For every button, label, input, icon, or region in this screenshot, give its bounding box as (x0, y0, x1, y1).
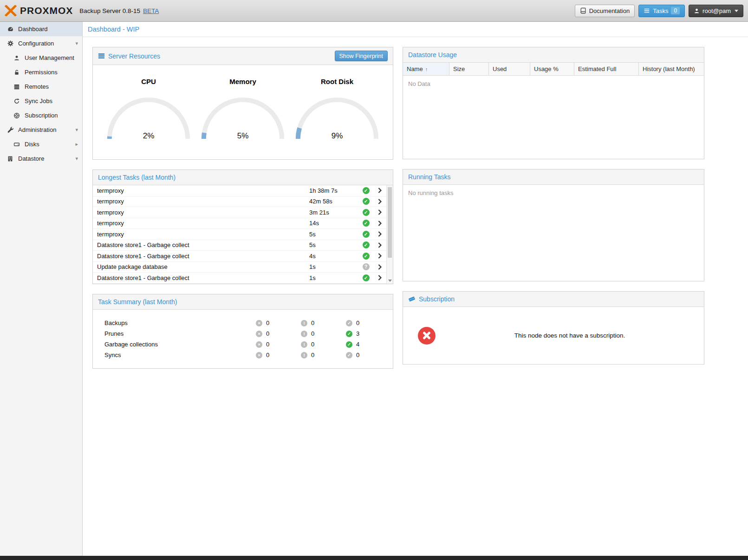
sidebar-item-user-management[interactable]: User Management (0, 51, 82, 65)
task-name: Update package database (97, 263, 309, 270)
tasks-count-badge: 0 (671, 7, 680, 14)
column-header-size[interactable]: Size (449, 63, 489, 75)
chevron-right-icon[interactable] (373, 231, 386, 237)
triangle-down-icon (388, 280, 392, 282)
sidebar-item-datastore[interactable]: Datastore (0, 151, 82, 166)
task-status-icon: ✓ (363, 209, 370, 216)
server-stack-icon (13, 84, 21, 90)
chevron-right-icon[interactable] (373, 221, 386, 226)
tasks-button[interactable]: Tasks 0 (638, 5, 685, 17)
scrollbar[interactable] (386, 185, 393, 284)
task-row[interactable]: Update package database 1s ? (93, 262, 386, 273)
running-tasks-body: No running tasks (403, 185, 704, 281)
task-row[interactable]: termproxy 42m 58s ✓ (93, 196, 386, 208)
task-row[interactable]: termproxy 3m 21s ✓ (93, 207, 386, 218)
sidebar-item-disks[interactable]: Disks (0, 137, 82, 151)
summary-label: Garbage collections (104, 341, 256, 348)
task-duration: 1h 38m 7s (309, 187, 358, 194)
no-data-text: No Data (403, 76, 704, 92)
scrollbar-thumb[interactable] (388, 187, 392, 258)
chevron-down-icon (735, 10, 738, 12)
beta-link[interactable]: BETA (143, 7, 159, 14)
sidebar-item-sync-jobs[interactable]: Sync Jobs (0, 94, 82, 108)
hard-disk-icon (13, 141, 21, 148)
user-menu-button[interactable]: root@pam (689, 5, 743, 17)
longest-tasks-list: termproxy 1h 38m 7s ✓ termproxy 42m 58s … (93, 185, 393, 284)
task-row[interactable]: Datastore store1 - Garbage collect 4s ✓ (93, 251, 386, 262)
show-fingerprint-button[interactable]: Show Fingerprint (335, 51, 388, 61)
task-name: termproxy (97, 209, 309, 216)
task-row[interactable]: Datastore store1 - Garbage collect 5s ✓ (93, 240, 386, 251)
sidebar-item-label: User Management (25, 54, 74, 61)
top-bar: PROXMOX Backup Server 0.8-15 BETA Docume… (0, 0, 748, 22)
column-header-used[interactable]: Used (489, 63, 530, 75)
chevron-right-icon[interactable] (373, 188, 386, 193)
wrench-icon (6, 126, 14, 133)
task-row[interactable]: termproxy 1h 38m 7s ✓ (93, 185, 386, 196)
sidebar-item-administration[interactable]: Administration (0, 123, 82, 137)
task-list-icon (644, 7, 650, 14)
root-disk-gauge: Root Disk 9% (293, 78, 381, 159)
chevron-right-icon[interactable] (373, 253, 386, 259)
task-name: termproxy (97, 231, 309, 238)
task-duration: 5s (309, 241, 358, 248)
refresh-icon (13, 98, 21, 104)
task-name: Datastore store1 - Garbage collect (97, 253, 309, 260)
caret-down-icon[interactable] (75, 156, 78, 161)
ticket-icon (408, 295, 416, 303)
ok-count: 3 (356, 330, 359, 337)
column-header-estimated-full[interactable]: Estimated Full (574, 63, 639, 75)
chevron-right-icon[interactable] (373, 264, 386, 270)
task-row[interactable]: termproxy 14s ✓ (93, 218, 386, 229)
sidebar-item-permissions[interactable]: Permissions (0, 65, 82, 79)
cpu-gauge: CPU 2% (104, 78, 193, 159)
summary-label: Prunes (104, 330, 256, 337)
tachometer-icon (6, 26, 14, 33)
documentation-button[interactable]: Documentation (575, 5, 635, 17)
dashboard-content: Server Resources Show Fingerprint CPU (83, 37, 748, 556)
server-resources-header: Server Resources Show Fingerprint (93, 47, 393, 65)
user-label: root@pam (702, 7, 731, 14)
task-duration: 1s (309, 263, 358, 270)
ok-count-icon: ✓ (346, 341, 352, 348)
ok-count: 4 (356, 341, 359, 348)
book-icon (580, 7, 586, 14)
longest-tasks-header: Longest Tasks (last Month) (93, 170, 393, 185)
no-running-tasks-text: No running tasks (403, 185, 704, 201)
chevron-right-icon[interactable] (373, 209, 386, 215)
task-status-icon: ✓ (363, 220, 370, 227)
scrollbar-down-button[interactable] (387, 277, 393, 284)
chevron-right-icon[interactable] (373, 242, 386, 248)
sidebar-item-remotes[interactable]: Remotes (0, 79, 82, 94)
sidebar-item-dashboard[interactable]: Dashboard (0, 22, 82, 36)
panel-title: Datastore Usage (408, 51, 457, 59)
task-row[interactable]: Datastore store1 - Garbage collect 1s ✓ (93, 273, 386, 284)
caret-down-icon[interactable] (75, 41, 78, 46)
column-header-name[interactable]: Name ↑ (403, 63, 449, 75)
running-tasks-panel: Running Tasks No running tasks (403, 169, 704, 281)
warning-count: 0 (311, 352, 314, 358)
caret-right-icon[interactable] (75, 142, 78, 147)
task-row[interactable]: termproxy 5s ✓ (93, 229, 386, 240)
summary-row: Garbage collections ×0 !0 ✓4 (93, 339, 393, 350)
task-status-icon: ✓ (363, 187, 370, 194)
main-area: Dashboard - WIP Server Resources Show Fi… (83, 22, 748, 556)
gauge-value: 9% (293, 131, 381, 141)
server-list-icon (98, 52, 105, 59)
tasks-label: Tasks (653, 7, 668, 14)
task-status-icon: ✓ (363, 231, 370, 238)
column-header-history[interactable]: History (last Month) (639, 63, 704, 75)
sidebar-item-subscription[interactable]: Subscription (0, 108, 82, 123)
bottom-bar (0, 556, 748, 560)
warning-count-icon: ! (301, 341, 307, 348)
caret-down-icon[interactable] (75, 127, 78, 132)
column-header-usage-percent[interactable]: Usage % (530, 63, 574, 75)
error-count: 0 (266, 319, 269, 326)
chevron-right-icon[interactable] (373, 199, 386, 204)
sidebar-item-label: Administration (18, 126, 56, 133)
sidebar-item-label: Configuration (18, 40, 54, 47)
chevron-right-icon[interactable] (373, 275, 386, 280)
subscription-panel: Subscription This node does not have a s… (403, 291, 704, 365)
warning-count-icon: ! (301, 352, 307, 358)
sidebar-item-configuration[interactable]: Configuration (0, 36, 82, 51)
